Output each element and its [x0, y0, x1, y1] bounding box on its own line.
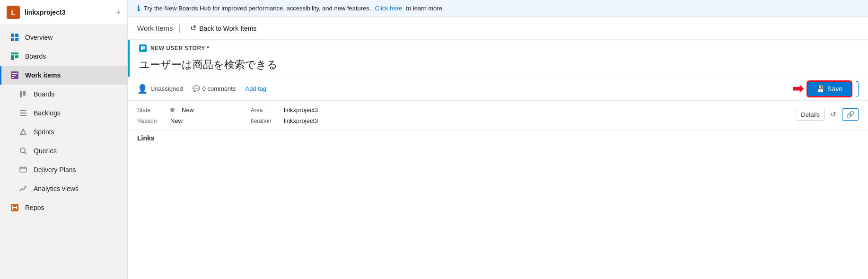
info-banner: ℹ Try the New Boards Hub for improved pe… [128, 0, 868, 17]
sidebar-nav: Overview Boards Work items Boards [0, 25, 127, 220]
iteration-field: Iteration linkxproject3 [251, 117, 345, 124]
state-dot-icon [170, 108, 175, 112]
sidebar-item-backlogs[interactable]: Backlogs [0, 104, 127, 122]
svg-rect-9 [12, 75, 16, 76]
links-section-title: Links [137, 134, 155, 142]
iteration-value[interactable]: linkxproject3 [284, 117, 318, 124]
info-banner-suffix: to learn more. [406, 5, 444, 12]
svg-rect-14 [20, 113, 26, 113]
boards-sub-icon [18, 89, 28, 99]
sidebar-item-overview[interactable]: Overview [0, 28, 127, 47]
repos-icon [10, 203, 19, 212]
work-item-title[interactable]: ユーザーは商品を検索できる [128, 55, 868, 77]
sidebar-item-boards[interactable]: Boards [0, 85, 127, 104]
work-item-type-strip: NEW USER STORY * [128, 40, 868, 55]
add-project-button[interactable]: + [115, 8, 121, 17]
svg-rect-15 [20, 115, 26, 116]
sidebar-item-boards-section[interactable]: Boards [0, 47, 127, 66]
svg-point-23 [25, 186, 26, 188]
area-value[interactable]: linkxproject3 [284, 106, 318, 113]
state-value[interactable]: New [182, 106, 194, 113]
save-button[interactable]: 💾 Save [808, 82, 851, 96]
sidebar-item-analytics-views-label: Analytics views [34, 185, 79, 192]
save-dropdown-indicator[interactable] [856, 81, 859, 96]
queries-icon [18, 146, 28, 156]
assignee-field[interactable]: 👤 Unassigned [137, 84, 183, 94]
svg-rect-0 [11, 34, 14, 37]
analytics-views-icon [18, 184, 28, 193]
work-item-type-icon [139, 44, 147, 52]
area-label: Area [251, 107, 279, 113]
sidebar-item-sprints-label: Sprints [34, 128, 54, 136]
details-tab-button[interactable]: Details [796, 109, 825, 121]
state-reason-group: State New Reason New [137, 106, 232, 124]
svg-rect-2 [11, 38, 14, 41]
svg-marker-16 [20, 129, 26, 135]
history-button[interactable]: ↺ [828, 109, 839, 120]
svg-rect-26 [143, 46, 145, 49]
area-iteration-group: Area linkxproject3 Iteration linkxprojec… [251, 106, 345, 124]
sidebar-item-boards-sub-label: Boards [34, 90, 54, 98]
boards-section-icon [10, 52, 19, 61]
breadcrumb-title: Work Items [137, 24, 173, 32]
sidebar-item-queries-label: Queries [34, 147, 57, 155]
work-item-type-label: NEW USER STORY * [150, 45, 209, 52]
work-item-toolbar: 👤 Unassigned 💬 0 comments Add tag ➡ 💾 Sa… [128, 77, 868, 101]
work-item-panel: NEW USER STORY * ユーザーは商品を検索できる 👤 Unassig… [128, 40, 868, 279]
comments-field[interactable]: 💬 0 comments [193, 85, 236, 92]
iteration-label: Iteration [251, 118, 279, 124]
comments-count: 0 comments [202, 85, 236, 92]
sidebar-item-work-items[interactable]: Work items [0, 66, 127, 85]
reason-label: Reason [137, 118, 166, 124]
back-to-work-items-button[interactable]: ↺ Back to Work Items [186, 22, 260, 35]
sidebar-item-delivery-plans-label: Delivery Plans [34, 166, 76, 174]
breadcrumb-bar: Work Items | ↺ Back to Work Items [128, 17, 868, 40]
info-banner-link[interactable]: Click here [375, 5, 403, 12]
comment-icon: 💬 [193, 85, 200, 92]
sprints-icon [18, 127, 28, 137]
sidebar: L linkxproject3 + Overview Boards Work i… [0, 0, 128, 279]
sidebar-item-sprints[interactable]: Sprints [0, 122, 127, 141]
history-icon: ↺ [831, 111, 836, 118]
svg-point-17 [20, 148, 25, 153]
sidebar-item-delivery-plans[interactable]: Delivery Plans [0, 160, 127, 179]
save-label: Save [827, 85, 842, 93]
svg-rect-25 [141, 46, 143, 50]
sidebar-item-backlogs-label: Backlogs [34, 109, 61, 117]
project-logo: L [7, 6, 20, 19]
overview-icon [10, 33, 19, 42]
state-label: State [137, 107, 166, 113]
svg-rect-3 [15, 38, 18, 41]
svg-rect-4 [11, 52, 18, 54]
work-item-details-fields: State New Reason New Area linkxproject3 … [128, 101, 868, 130]
svg-rect-5 [11, 55, 14, 60]
reason-value[interactable]: New [170, 117, 183, 124]
save-arrow-indicator: ➡ [792, 81, 803, 96]
save-icon: 💾 [816, 85, 824, 93]
svg-rect-13 [20, 110, 26, 111]
sidebar-item-repos[interactable]: Repos [0, 198, 127, 217]
state-field: State New [137, 106, 232, 113]
svg-rect-1 [15, 34, 18, 37]
back-arrow-icon: ↺ [190, 24, 196, 33]
area-field: Area linkxproject3 [251, 106, 345, 113]
add-tag-button[interactable]: Add tag [245, 85, 266, 92]
svg-rect-10 [12, 77, 14, 78]
project-name: linkxproject3 [25, 9, 111, 16]
link-icon: 🔗 [846, 111, 854, 118]
svg-rect-19 [20, 167, 26, 172]
save-area: ➡ 💾 Save [792, 81, 859, 96]
sidebar-item-boards-label: Boards [25, 52, 46, 60]
sidebar-item-queries[interactable]: Queries [0, 141, 127, 160]
assignee-label: Unassigned [150, 85, 183, 92]
link-button[interactable]: 🔗 [842, 108, 859, 121]
info-icon: ℹ [137, 4, 140, 13]
svg-rect-6 [15, 55, 18, 58]
svg-rect-8 [12, 73, 18, 74]
svg-rect-11 [20, 91, 22, 97]
main-content: ℹ Try the New Boards Hub for improved pe… [128, 0, 868, 279]
sidebar-item-work-items-label: Work items [25, 71, 61, 79]
reason-field: Reason New [137, 117, 232, 124]
sidebar-item-analytics-views[interactable]: Analytics views [0, 179, 127, 198]
assignee-avatar-icon: 👤 [137, 84, 148, 94]
